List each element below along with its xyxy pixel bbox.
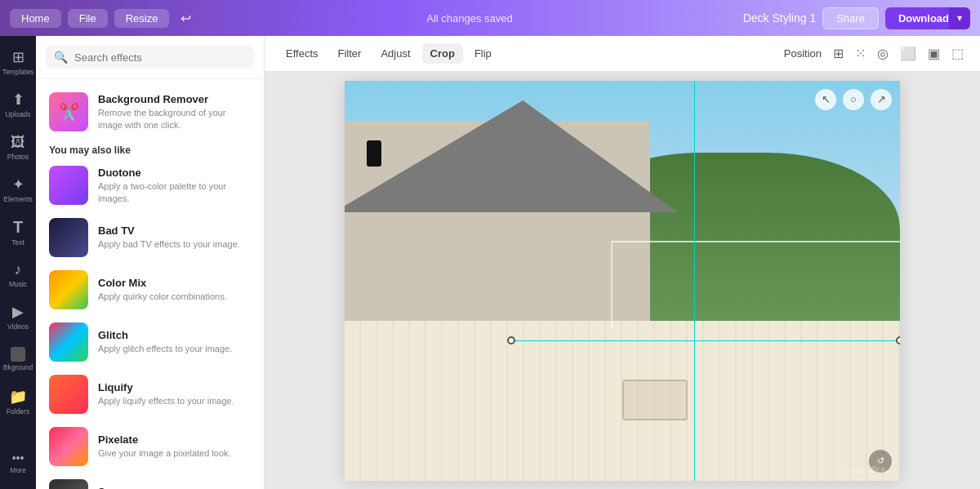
share-button[interactable]: Share <box>822 7 879 29</box>
effect-info-bg-remover: Background Remover Remove the background… <box>98 93 251 131</box>
canvas-background: ↺ your...flick... ↖ ○ ↗ <box>265 72 980 489</box>
sidebar-label-videos: Videos <box>7 322 29 331</box>
effect-thumb-bg-remover: ✂️ <box>49 92 88 131</box>
effect-item-screen[interactable]: Screen Apply screen effects to your imag… <box>36 473 264 489</box>
effect-name-badtv: Bad TV <box>98 224 251 237</box>
effect-info-duotone: Duotone Apply a two-color palette to you… <box>98 167 251 204</box>
effects-tool-button[interactable]: Effects <box>278 43 327 64</box>
effect-thumb-colormix <box>49 270 88 309</box>
top-nav: Home File Resize ↩ All changes saved Dec… <box>0 0 980 36</box>
effect-thumb-liquify <box>49 375 88 414</box>
table-layer <box>622 380 688 420</box>
effect-info-pixelate: Pixelate Give your image a pixelated loo… <box>98 433 251 459</box>
effect-info-colormix: Color Mix Apply quirky color combination… <box>98 277 251 302</box>
effect-desc-colormix: Apply quirky color combinations. <box>98 291 251 302</box>
effect-name-bg-remover: Background Remover <box>98 93 251 105</box>
canvas-top-icons: ↖ ○ ↗ <box>815 89 892 110</box>
sidebar-label-elements: Elements <box>3 195 32 203</box>
filter-tool-button[interactable]: Filter <box>330 43 370 64</box>
effect-item-pixelate[interactable]: Pixelate Give your image a pixelated loo… <box>36 420 264 473</box>
toolbar-right: Position ⊞ ⁙ ◎ ⬜ ▣ ⬚ <box>781 42 967 64</box>
toolbar-layers-icon[interactable]: ▣ <box>924 42 943 64</box>
effect-desc-pixelate: Give your image a pixelated look. <box>98 447 251 459</box>
file-button[interactable]: File <box>68 9 108 28</box>
effect-item-badtv[interactable]: Bad TV Apply bad TV effects to your imag… <box>36 211 264 264</box>
effect-thumb-pixelate <box>49 427 88 466</box>
sidebar-item-music[interactable]: ♪ Music <box>2 255 34 294</box>
sidebar-item-photos[interactable]: 🖼 Photos <box>2 127 34 167</box>
adjust-tool-button[interactable]: Adjust <box>372 43 418 64</box>
sidebar-item-elements[interactable]: ✦ Elements <box>2 170 34 209</box>
search-bar: 🔍 <box>36 36 264 79</box>
effect-thumb-screen <box>49 479 88 489</box>
watermark: your...flick... <box>846 465 893 474</box>
toolbar-dots-icon[interactable]: ⁙ <box>852 42 869 64</box>
effect-info-liquify: Liquify Apply liquify effects to your im… <box>98 381 251 407</box>
sidebar-label-text: Text <box>11 238 24 247</box>
text-icon: T <box>13 218 23 237</box>
effect-thumb-badtv <box>49 218 88 257</box>
search-input[interactable] <box>74 51 246 64</box>
canvas-icon-share[interactable]: ↗ <box>871 89 892 110</box>
canvas-icon-resize[interactable]: ↖ <box>815 89 836 110</box>
uploads-icon: ⬆ <box>12 91 24 109</box>
section-label-also-like: You may also like <box>36 138 264 159</box>
search-icon: 🔍 <box>54 51 68 64</box>
toolbar-more-icon[interactable]: ⬚ <box>948 42 967 64</box>
effect-name-pixelate: Pixelate <box>98 433 251 446</box>
effect-name-colormix: Color Mix <box>98 277 251 289</box>
crop-tool-button[interactable]: Crop <box>422 43 463 64</box>
sidebar-item-uploads[interactable]: ⬆ Uploads <box>2 85 34 124</box>
download-group: Download ▾ <box>885 7 970 29</box>
sidebar-label-folders: Folders <box>7 407 29 416</box>
lantern-layer <box>367 140 381 167</box>
effect-desc-badtv: Apply bad TV effects to your image. <box>98 238 251 250</box>
sidebar-item-folders[interactable]: 📁 Folders <box>2 382 34 421</box>
canvas-icon-circle[interactable]: ○ <box>843 89 864 110</box>
effect-item-colormix[interactable]: Color Mix Apply quirky color combination… <box>36 264 264 316</box>
position-label: Position <box>781 44 825 63</box>
elements-icon: ✦ <box>12 176 24 193</box>
sidebar-label-photos: Photos <box>7 153 29 161</box>
effect-item-liquify[interactable]: Liquify Apply liquify effects to your im… <box>36 368 264 420</box>
toolbar-square-icon[interactable]: ⬜ <box>897 42 920 64</box>
effect-item-glitch[interactable]: Glitch Apply glitch effects to your imag… <box>36 316 264 368</box>
sidebar-label-more: More <box>10 466 25 474</box>
sidebar-item-background[interactable]: Bkground <box>2 340 34 379</box>
effect-desc-bg-remover: Remove the background of your image with… <box>98 107 251 131</box>
resize-button[interactable]: Resize <box>114 9 170 28</box>
sidebar-label-templates: Templates <box>2 68 34 76</box>
download-button[interactable]: Download <box>885 7 949 29</box>
background-icon <box>11 347 25 362</box>
canvas-frame[interactable]: ↺ your...flick... ↖ ○ ↗ <box>345 81 900 481</box>
more-icon: ••• <box>12 451 24 465</box>
effects-list: ✂️ Background Remover Remove the backgro… <box>36 79 264 489</box>
flip-tool-button[interactable]: Flip <box>466 43 500 64</box>
effect-info-glitch: Glitch Apply glitch effects to your imag… <box>98 329 251 354</box>
download-chevron-button[interactable]: ▾ <box>949 7 970 29</box>
effect-info-screen: Screen Apply screen effects to your imag… <box>98 486 251 489</box>
effect-thumb-glitch <box>49 322 88 362</box>
effect-name-screen: Screen <box>98 486 251 489</box>
effect-thumb-duotone <box>49 166 88 205</box>
sidebar-label-uploads: Uploads <box>5 110 30 118</box>
toolbar-circle-icon[interactable]: ◎ <box>874 42 892 64</box>
main-area: ⊞ Templates ⬆ Uploads 🖼 Photos ✦ Element… <box>0 36 980 489</box>
sidebar-item-more[interactable]: ••• More <box>2 443 34 482</box>
effect-desc-glitch: Apply glitch effects to your image. <box>98 343 251 354</box>
effects-panel: 🔍 ✂️ Background Remover Remove the backg… <box>36 36 265 489</box>
effect-item-bg-remover[interactable]: ✂️ Background Remover Remove the backgro… <box>36 86 264 138</box>
sidebar-item-templates[interactable]: ⊞ Templates <box>2 42 34 82</box>
save-status: All changes saved <box>203 12 736 24</box>
templates-icon: ⊞ <box>12 48 24 66</box>
home-button[interactable]: Home <box>10 9 61 28</box>
sidebar-item-text[interactable]: T Text <box>2 212 34 251</box>
sidebar-item-videos[interactable]: ▶ Videos <box>2 297 34 336</box>
undo-button[interactable]: ↩ <box>176 7 196 29</box>
left-sidebar: ⊞ Templates ⬆ Uploads 🖼 Photos ✦ Element… <box>0 36 36 489</box>
toolbar-grid-icon[interactable]: ⊞ <box>830 42 847 64</box>
railing-layer <box>611 241 900 329</box>
effect-item-duotone[interactable]: Duotone Apply a two-color palette to you… <box>36 159 264 211</box>
effect-name-liquify: Liquify <box>98 381 251 393</box>
canvas-area: Effects Filter Adjust Crop Flip Position… <box>265 36 980 489</box>
